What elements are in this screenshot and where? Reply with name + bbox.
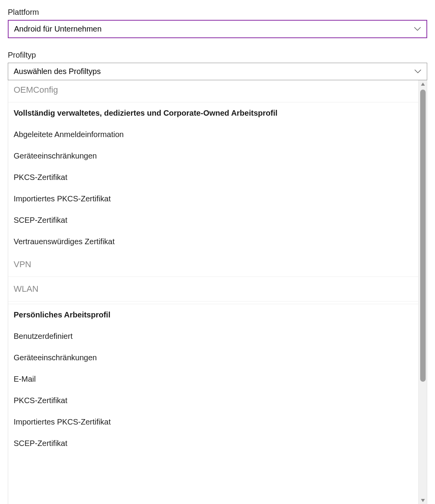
svg-marker-0 — [421, 83, 425, 86]
profiletype-select[interactable]: Auswählen des Profiltyps — [8, 63, 427, 80]
dropdown-group-header[interactable]: OEMConfig — [8, 80, 418, 102]
dropdown-option[interactable]: SCEP-Zertifikat — [8, 433, 418, 454]
platform-select-value: Android für Unternehmen — [14, 25, 102, 33]
dropdown-option[interactable]: PKCS-Zertifikat — [8, 167, 418, 188]
dropdown-group-header[interactable]: WLAN — [8, 277, 418, 301]
scroll-track[interactable] — [419, 88, 427, 497]
scrollbar[interactable] — [418, 80, 427, 504]
dropdown-option[interactable]: Importiertes PKCS-Zertifikat — [8, 411, 418, 433]
dropdown-option[interactable]: Importiertes PKCS-Zertifikat — [8, 188, 418, 210]
dropdown-option[interactable]: PKCS-Zertifikat — [8, 390, 418, 411]
dropdown-option[interactable]: SCEP-Zertifikat — [8, 210, 418, 231]
dropdown-option[interactable]: Abgeleitete Anmeldeinformation — [8, 124, 418, 145]
profiletype-label: Profiltyp — [8, 51, 427, 60]
scroll-up-arrow-icon[interactable] — [419, 80, 427, 88]
chevron-down-icon — [414, 26, 421, 33]
dropdown-subheader[interactable]: Vollständig verwaltetes, dediziertes und… — [8, 102, 418, 124]
dropdown-option[interactable]: Benutzerdefiniert — [8, 326, 418, 347]
platform-select[interactable]: Android für Unternehmen — [8, 20, 427, 38]
platform-field: Plattform Android für Unternehmen — [8, 8, 427, 38]
profiletype-dropdown: OEMConfig Vollständig verwaltetes, dediz… — [8, 80, 427, 504]
scroll-thumb[interactable] — [420, 90, 426, 382]
dropdown-list: OEMConfig Vollständig verwaltetes, dediz… — [8, 80, 418, 504]
svg-marker-1 — [421, 499, 425, 502]
dropdown-subheader[interactable]: Persönliches Arbeitsprofil — [8, 304, 418, 326]
profiletype-select-placeholder: Auswählen des Profiltyps — [14, 67, 101, 76]
dropdown-option[interactable]: Vertrauenswürdiges Zertifikat — [8, 231, 418, 252]
scroll-down-arrow-icon[interactable] — [419, 497, 427, 504]
dropdown-group-header[interactable]: VPN — [8, 252, 418, 277]
chevron-down-icon — [414, 68, 421, 75]
dropdown-option[interactable]: Geräteeinschränkungen — [8, 347, 418, 368]
profiletype-field: Profiltyp Auswählen des Profiltyps OEMCo… — [8, 51, 427, 504]
dropdown-option[interactable]: E-Mail — [8, 368, 418, 390]
platform-label: Plattform — [8, 8, 427, 17]
dropdown-option[interactable]: Geräteeinschränkungen — [8, 145, 418, 167]
